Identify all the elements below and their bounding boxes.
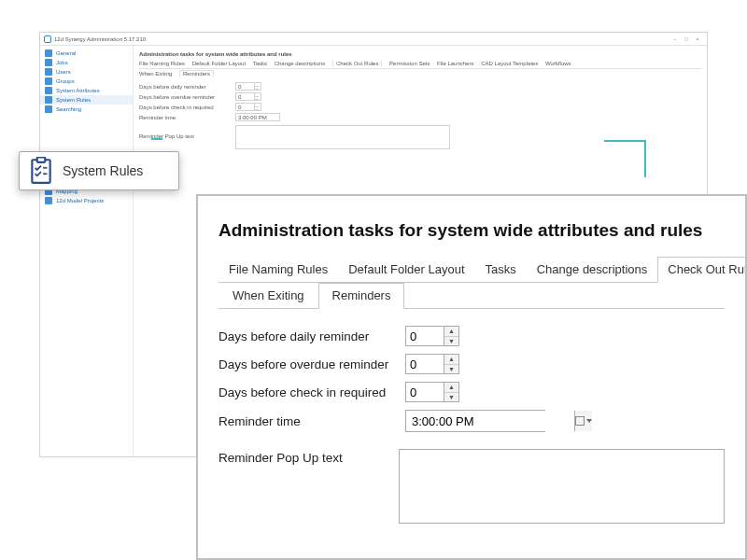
spin-down-button[interactable]: ▼ xyxy=(444,365,458,374)
tab-check-out-rules[interactable]: Check Out Rules xyxy=(657,257,747,283)
label-daily-reminder: Days before daily reminder xyxy=(218,329,405,343)
bg-tabs-inner: When Exiting Reminders xyxy=(139,71,701,77)
input-popup-text[interactable] xyxy=(399,449,725,524)
time-dropdown-button[interactable] xyxy=(574,411,592,431)
label-overdue-reminder: Days before overdue reminder xyxy=(218,357,405,371)
input-daily-reminder[interactable]: ▲ ▼ xyxy=(405,326,459,346)
sidebar-item-12d-model-projects[interactable]: 12d Model Projects xyxy=(40,196,133,205)
tab-change-descriptions[interactable]: Change descriptions xyxy=(527,257,658,283)
bg-tab[interactable]: Default Folder Layout xyxy=(192,61,246,66)
panel-title: Administration tasks for system wide att… xyxy=(218,220,725,241)
bg-tab[interactable]: File Naming Rules xyxy=(139,61,185,66)
bg-tab[interactable]: File Launchers xyxy=(437,61,473,66)
window-close-button[interactable]: × xyxy=(692,36,703,42)
tab-default-folder-layout[interactable]: Default Folder Layout xyxy=(338,257,474,283)
bg-tab[interactable]: Change descriptions xyxy=(275,61,326,66)
label-checkin-required: Days before check in required xyxy=(218,385,405,399)
zoom-panel: Administration tasks for system wide att… xyxy=(196,194,747,560)
callout-label: System Rules xyxy=(63,163,143,178)
app-title: 12d Synergy Administration 5.17.210 xyxy=(54,36,669,42)
input-reminder-time[interactable] xyxy=(405,410,545,432)
sidebar-item-general[interactable]: General xyxy=(40,49,133,58)
subtab-when-exiting[interactable]: When Exiting xyxy=(218,283,318,309)
sidebar-item-jobs[interactable]: Jobs xyxy=(40,58,133,67)
bg-panel-title: Administration tasks for system wide att… xyxy=(139,51,701,57)
spin-up-button[interactable]: ▲ xyxy=(444,327,458,337)
input-checkin-required-field[interactable] xyxy=(406,383,444,401)
label-reminder-time: Reminder time xyxy=(218,414,405,428)
chevron-down-icon xyxy=(586,419,592,423)
tabs-inner: When Exiting Reminders xyxy=(218,282,725,309)
bg-tab[interactable]: Permission Sets xyxy=(389,61,430,66)
input-overdue-reminder[interactable]: ▲ ▼ xyxy=(405,354,459,374)
input-daily-reminder-field[interactable] xyxy=(406,327,444,345)
sidebar-item-system-rules[interactable]: System Rules xyxy=(40,95,133,105)
sidebar-item-searching[interactable]: Searching xyxy=(40,105,133,114)
tab-file-naming-rules[interactable]: File Naming Rules xyxy=(218,257,338,283)
spin-up-button[interactable]: ▲ xyxy=(444,383,458,393)
clipboard-check-icon xyxy=(29,157,53,185)
input-checkin-required[interactable]: ▲ ▼ xyxy=(405,382,459,402)
annotation-line xyxy=(151,138,162,140)
bg-titlebar: 12d Synergy Administration 5.17.210 – □ … xyxy=(40,33,707,46)
spin-down-button[interactable]: ▼ xyxy=(444,393,458,402)
window-maximize-button[interactable]: □ xyxy=(681,36,692,42)
subtab-reminders[interactable]: Reminders xyxy=(318,283,405,309)
tabs-outer: File Naming Rules Default Folder Layout … xyxy=(218,256,725,283)
label-popup-text: Reminder Pop Up text xyxy=(218,449,399,465)
input-reminder-time-field[interactable] xyxy=(406,411,574,431)
window-minimize-button[interactable]: – xyxy=(669,36,681,42)
bg-tab[interactable]: CAD Layout Templates xyxy=(481,61,538,66)
tab-tasks[interactable]: Tasks xyxy=(475,257,527,283)
annotation-line xyxy=(604,140,646,142)
callout-system-rules: System Rules xyxy=(19,151,179,190)
sidebar-item-groups[interactable]: Groups xyxy=(40,77,133,86)
reminders-form: Days before daily reminder ▲ ▼ Days befo… xyxy=(218,326,725,524)
app-icon xyxy=(44,35,51,43)
sidebar-item-users[interactable]: Users xyxy=(40,67,133,77)
svg-rect-1 xyxy=(37,158,46,162)
sidebar-item-system-attributes[interactable]: System Attributes xyxy=(40,86,133,95)
bg-tab[interactable]: Workflows xyxy=(545,61,571,66)
bg-tab[interactable]: Tasks xyxy=(253,61,267,66)
spin-up-button[interactable]: ▲ xyxy=(444,355,458,365)
bg-tabs-outer: File Naming Rules Default Folder Layout … xyxy=(139,61,701,69)
bg-tab[interactable]: Check Out Rules xyxy=(332,61,382,67)
bg-subtab[interactable]: Reminders xyxy=(179,70,214,77)
input-overdue-reminder-field[interactable] xyxy=(406,355,444,373)
bg-subtab[interactable]: When Exiting xyxy=(139,71,172,77)
calendar-icon xyxy=(575,416,585,426)
spin-down-button[interactable]: ▼ xyxy=(444,337,458,346)
annotation-line xyxy=(644,140,646,177)
bg-sidebar: General Jobs Users Groups System Attribu… xyxy=(40,46,134,456)
